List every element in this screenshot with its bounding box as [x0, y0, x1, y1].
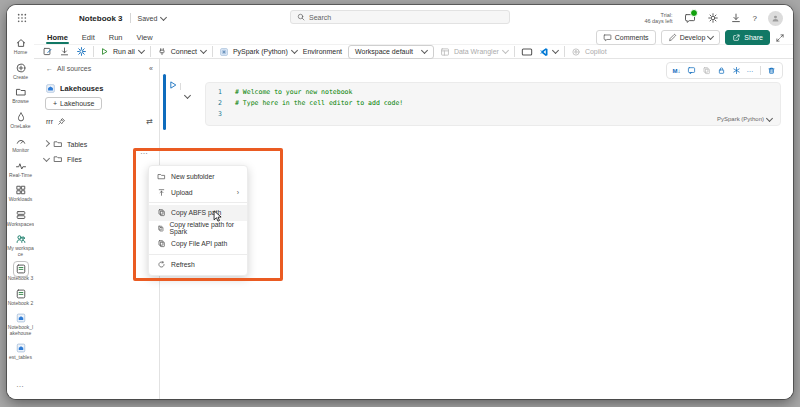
app-launcher-icon[interactable] [17, 13, 27, 23]
nav-more-button[interactable]: … [16, 380, 25, 389]
nav-monitor[interactable]: Monitor [7, 135, 34, 154]
copy-icon [157, 208, 166, 217]
menu-separator [149, 202, 247, 203]
environment-button[interactable]: Environment [303, 48, 342, 55]
comment-icon [603, 33, 612, 42]
files-more-button[interactable]: … [140, 147, 149, 156]
download-app-button[interactable] [730, 12, 742, 24]
ribbon-toggle-button[interactable] [775, 33, 785, 43]
pencil-icon [668, 33, 677, 42]
collapse-panel-button[interactable]: « [149, 65, 153, 72]
delete-cell-button[interactable] [767, 66, 776, 75]
menu-item-copy-abfs-path[interactable]: Copy ABFS path [149, 205, 247, 221]
comment-icon [687, 66, 696, 75]
help-button[interactable]: ? [753, 14, 757, 23]
save-button[interactable] [42, 46, 53, 57]
menu-item-new-subfolder[interactable]: New subfolder [149, 169, 247, 185]
plus-icon: + [53, 100, 57, 107]
nav-onelake[interactable]: OneLake [7, 111, 34, 130]
chevron-down-icon [160, 13, 167, 20]
tab-run[interactable]: Run [102, 31, 130, 44]
code-line: 3 [206, 109, 780, 120]
lakehouse-icon [15, 312, 27, 324]
expand-arrows-icon [775, 33, 785, 43]
add-lakehouse-button[interactable]: + Lakehouse [45, 97, 102, 110]
lakehouse-icon [45, 83, 56, 94]
search-input[interactable]: Search [290, 10, 510, 24]
run-all-button[interactable]: Run all [100, 47, 144, 56]
trial-status: Trial: 46 days left [644, 12, 672, 25]
chevron-down-icon [138, 47, 145, 54]
nav-notebook-3[interactable]: Notebook 3 [7, 263, 34, 282]
nav-notebook-lakehouse[interactable]: Notebook_lakehouse [7, 312, 34, 336]
gear-icon [76, 46, 87, 57]
tab-view[interactable]: View [130, 31, 160, 44]
menu-item-upload[interactable]: Upload › [149, 185, 247, 201]
save-status-dropdown[interactable]: Saved [138, 15, 167, 22]
nav-notebook-2[interactable]: Notebook 2 [7, 288, 34, 307]
pin-icon [57, 117, 66, 126]
left-nav-rail: Home Create Browse OneLake Monitor Real-… [7, 30, 34, 399]
freeze-cell-button[interactable] [732, 66, 741, 75]
plus-circle-icon [15, 62, 27, 74]
settings-button[interactable] [707, 12, 719, 24]
swap-view-button[interactable]: ⇄ [146, 117, 153, 126]
onelake-icon [15, 111, 27, 123]
share-button[interactable]: Share [725, 30, 770, 45]
grid-icon [15, 184, 27, 196]
trash-icon [767, 66, 776, 75]
nav-browse[interactable]: Browse [7, 86, 34, 105]
comments-button[interactable]: Comments [596, 30, 656, 45]
focus-mode-button[interactable] [521, 47, 533, 57]
nav-workspaces[interactable]: Workspaces [7, 209, 34, 228]
tab-edit[interactable]: Edit [75, 31, 102, 44]
title-divider [130, 13, 131, 23]
cell-more-button[interactable]: … [747, 66, 755, 73]
import-button[interactable] [59, 46, 70, 57]
convert-to-markdown-button[interactable]: M↓ [673, 68, 681, 74]
code-cell[interactable]: 1 # Welcome to your new notebook 2 # Typ… [205, 82, 781, 126]
toolbar-separator [514, 46, 515, 57]
menu-item-copy-file-api-path[interactable]: Copy File API path [149, 236, 247, 252]
vscode-button[interactable] [539, 47, 558, 57]
session-settings-button[interactable] [76, 46, 87, 57]
cell-kernel-selector[interactable]: PySpark (Python) [717, 116, 772, 122]
feedback-button[interactable] [684, 12, 696, 24]
tree-node-files[interactable]: Files [44, 154, 82, 164]
line-number: 1 [206, 87, 222, 98]
avatar[interactable] [768, 11, 783, 26]
tab-home[interactable]: Home [40, 31, 75, 44]
menu-separator [149, 254, 247, 255]
back-arrow-icon[interactable]: ← [46, 65, 53, 72]
run-cell-button[interactable] [168, 80, 178, 90]
ribbon-tabs-row: Home Edit Run View Comments Develop Shar… [34, 31, 793, 45]
nav-my-workspace[interactable]: My workspace [7, 233, 34, 257]
workspace-selector[interactable]: Workspace default [348, 45, 434, 59]
cell-collapse-button[interactable] [185, 84, 190, 102]
refresh-icon [157, 260, 166, 269]
search-placeholder: Search [309, 14, 331, 21]
nav-create[interactable]: Create [7, 62, 34, 81]
nav-realtime[interactable]: Real-Time [7, 160, 34, 179]
language-selector[interactable]: PySpark (Python) [219, 47, 297, 57]
connect-button[interactable]: Connect [157, 47, 206, 57]
tree-node-tables[interactable]: Tables [44, 139, 87, 149]
nav-home[interactable]: Home [7, 37, 34, 56]
chevron-right-icon [43, 139, 50, 146]
files-context-menu: New subfolder Upload › Copy ABFS path Co… [148, 165, 248, 276]
all-sources-link[interactable]: All sources [57, 65, 91, 72]
toolbar-separator [212, 46, 213, 57]
develop-button[interactable]: Develop [661, 30, 721, 45]
menu-item-copy-relative-path[interactable]: Copy relative path for Spark [149, 221, 247, 237]
copy-icon [157, 239, 166, 248]
snowflake-icon [732, 66, 741, 75]
toolbar-separator [93, 46, 94, 57]
nav-est-tables[interactable]: est_tables [7, 342, 34, 361]
comment-cell-button[interactable] [687, 66, 696, 75]
submenu-chevron-icon: › [237, 189, 239, 196]
nav-workloads[interactable]: Workloads [7, 184, 34, 203]
active-cell-indicator [163, 74, 166, 130]
menu-item-refresh[interactable]: Refresh [149, 257, 247, 273]
lock-cell-button[interactable] [717, 66, 726, 75]
pinned-lakehouse-row[interactable]: rrr ⇄ [46, 117, 153, 126]
